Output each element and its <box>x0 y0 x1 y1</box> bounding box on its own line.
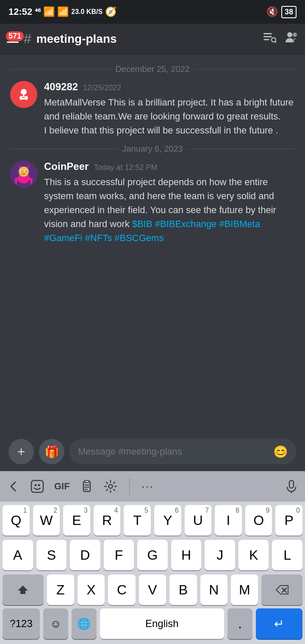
svg-point-23 <box>38 484 40 486</box>
gift-icon: 🎁 <box>44 445 59 459</box>
key-S[interactable]: S <box>36 540 67 570</box>
key-V[interactable]: V <box>139 575 166 605</box>
svg-rect-30 <box>289 480 294 488</box>
status-right: 🔇 38 <box>266 6 297 18</box>
separator-line-left <box>10 69 110 69</box>
status-bar: 12:52 ⁴⁶ 📶 📶 23.0 KB/S 🧭 🔇 38 <box>0 0 305 24</box>
signal-bars2: 📶 <box>57 6 69 17</box>
key-Y[interactable]: Y6 <box>154 505 181 536</box>
svg-point-29 <box>108 485 112 489</box>
key-K[interactable]: K <box>238 540 269 570</box>
timestamp-coinpeer: Today at 12:52 PM <box>94 163 157 172</box>
key-shift[interactable] <box>3 575 44 605</box>
svg-rect-13 <box>22 97 25 98</box>
toolbar-divider <box>129 478 130 495</box>
key-globe[interactable]: 🌐 <box>72 608 97 639</box>
gift-button[interactable]: 🎁 <box>39 439 64 464</box>
key-G[interactable]: G <box>137 540 168 570</box>
keyboard-toolbar: GIF ··· <box>0 471 305 502</box>
svg-point-7 <box>21 89 27 95</box>
key-W[interactable]: W2 <box>33 505 60 536</box>
time-display: 12:52 <box>8 6 32 17</box>
key-row-3: Z X C V B N M <box>3 575 302 605</box>
svg-point-20 <box>25 170 27 172</box>
svg-point-16 <box>19 167 29 177</box>
keyboard-sticker-button[interactable] <box>30 480 44 493</box>
plus-icon: + <box>17 444 25 460</box>
more-button[interactable]: ··· <box>141 480 154 493</box>
key-P[interactable]: P0 <box>275 505 302 536</box>
message-input-bar: + 🎁 😊 <box>0 432 305 471</box>
key-F[interactable]: F <box>104 540 134 570</box>
status-left: 12:52 ⁴⁶ 📶 📶 23.0 KB/S 🧭 <box>8 6 116 17</box>
add-button[interactable]: + <box>8 439 34 464</box>
hamburger-line3 <box>7 42 19 43</box>
message-text-409282: MetaMallVerse This is a brilliant projec… <box>44 95 295 137</box>
microphone-button[interactable] <box>285 480 298 493</box>
message-text-coinpeer: This is a successful project depends on … <box>44 175 295 245</box>
key-L[interactable]: L <box>272 540 302 570</box>
channel-header: 571 # meeting-plans <box>0 24 305 54</box>
key-space[interactable]: English <box>100 608 225 639</box>
key-return[interactable]: ↵ <box>256 608 302 639</box>
message-content-coinpeer: CoinPeer Today at 12:52 PM This is a suc… <box>44 161 295 245</box>
separator-line-right2 <box>188 149 295 149</box>
key-C[interactable]: C <box>108 575 135 605</box>
keyboard: GIF ··· <box>0 471 305 644</box>
key-Q[interactable]: Q1 <box>3 505 30 536</box>
hashtag-bib: $BIB #BIBExchange #BIBMeta #GameFi #NFTs… <box>44 219 260 243</box>
key-O[interactable]: O9 <box>245 505 272 536</box>
key-Z[interactable]: Z <box>47 575 74 605</box>
svg-rect-25 <box>85 480 89 483</box>
key-period[interactable]: . <box>227 608 252 639</box>
keyboard-bottom-row: ?123 ☺ 🌐 English . ↵ <box>0 607 305 644</box>
key-D[interactable]: D <box>70 540 100 570</box>
key-T[interactable]: T5 <box>124 505 151 536</box>
key-M[interactable]: M <box>231 575 258 605</box>
svg-rect-0 <box>263 33 272 34</box>
battery-indicator: 38 <box>281 6 297 18</box>
key-U[interactable]: U7 <box>185 505 212 536</box>
data-speed: 23.0 KB/S <box>71 8 103 16</box>
key-rows: Q1 W2 E3 R4 T5 Y6 U7 I8 O9 P0 A S D F G … <box>0 502 305 607</box>
browser-icon: 🧭 <box>105 6 116 17</box>
message-input[interactable] <box>78 446 273 457</box>
signal-icon: ⁴⁶ <box>35 7 41 17</box>
clipboard-button[interactable] <box>80 480 94 493</box>
key-R[interactable]: R4 <box>94 505 121 536</box>
svg-marker-32 <box>18 586 28 594</box>
avatar-409282 <box>10 81 37 108</box>
svg-rect-21 <box>31 480 43 492</box>
settings-button[interactable] <box>104 480 117 493</box>
svg-point-6 <box>293 33 297 37</box>
svg-rect-2 <box>263 39 269 40</box>
search-threads-icon[interactable] <box>263 31 276 47</box>
key-A[interactable]: A <box>3 540 33 570</box>
message-input-wrapper[interactable]: 😊 <box>69 439 297 464</box>
separator-line-right <box>195 69 295 69</box>
message-409282: 409282 12/25/2022 MetaMallVerse This is … <box>0 78 305 141</box>
channel-hash-icon: # <box>24 31 31 47</box>
key-B[interactable]: B <box>169 575 197 605</box>
key-N[interactable]: N <box>200 575 227 605</box>
key-E[interactable]: E3 <box>63 505 90 536</box>
key-X[interactable]: X <box>78 575 105 605</box>
members-icon[interactable] <box>285 31 298 47</box>
key-numeric-switch[interactable]: ?123 <box>3 608 40 639</box>
key-backspace[interactable] <box>261 575 302 605</box>
notification-badge: 571 <box>6 31 24 41</box>
key-J[interactable]: J <box>205 540 235 570</box>
key-I[interactable]: I8 <box>215 505 242 536</box>
header-actions <box>263 31 298 47</box>
svg-point-22 <box>35 484 37 486</box>
message-content-409282: 409282 12/25/2022 MetaMallVerse This is … <box>44 81 295 137</box>
key-H[interactable]: H <box>171 540 202 570</box>
keyboard-back-button[interactable] <box>7 480 20 493</box>
svg-point-11 <box>21 94 23 97</box>
gif-button[interactable]: GIF <box>54 481 70 492</box>
chat-area: December 25, 2022 409282 12/25/2022 Meta… <box>0 54 305 432</box>
hamburger-menu[interactable]: 571 <box>7 35 19 43</box>
key-emoji-face[interactable]: ☺ <box>43 608 68 639</box>
emoji-button[interactable]: 😊 <box>273 445 288 459</box>
message-header-coinpeer: CoinPeer Today at 12:52 PM <box>44 161 295 172</box>
